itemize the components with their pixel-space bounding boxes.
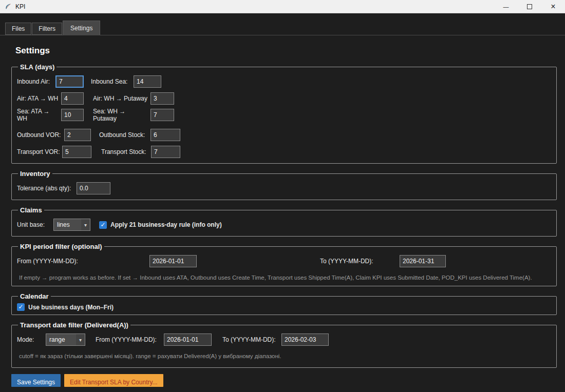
tab-bar: Files Filters Settings [0, 13, 565, 35]
unit-base-label: Unit base: [17, 221, 53, 228]
bottom-button-row: Save Settings Edit Transport SLA by Coun… [11, 374, 557, 387]
inventory-group-legend: Inventory [18, 170, 52, 178]
business-days-checkbox[interactable]: ✓ [17, 303, 25, 311]
sea-wh-putaway-label: Sea: WH → Putaway [93, 108, 150, 122]
calendar-group: Calendar ✓ Use business days (Mon–Fri) [11, 292, 557, 315]
business-day-rule-checkbox[interactable]: ✓ [99, 221, 107, 229]
mode-value: range [46, 336, 76, 343]
sla-row-transport: Transport VOR: Transport Stock: [17, 146, 551, 158]
tab-settings-label: Settings [70, 25, 92, 32]
air-wh-putaway-input[interactable] [150, 92, 174, 105]
business-days-label: Use business days (Mon–Fri) [28, 304, 114, 311]
maximize-button[interactable] [518, 0, 541, 13]
inventory-group: Inventory Tolerance (abs qty): [11, 170, 557, 200]
claims-group: Claims Unit base: lines ▾ ✓ Apply 21 bus… [11, 206, 557, 237]
calendar-row: ✓ Use business days (Mon–Fri) [17, 303, 551, 311]
close-button[interactable]: × [541, 0, 565, 13]
tab-filters[interactable]: Filters [32, 23, 62, 35]
inventory-row: Tolerance (abs qty): [17, 182, 551, 194]
tab-files-label: Files [12, 25, 25, 32]
kpi-from-input[interactable] [149, 255, 197, 267]
app-icon [5, 3, 12, 10]
outbound-stock-input[interactable] [150, 129, 180, 141]
outbound-vor-input[interactable] [64, 129, 91, 141]
sla-group-legend: SLA (days) [18, 63, 56, 71]
unit-base-value: lines [54, 221, 81, 228]
minimize-icon: — [503, 4, 509, 10]
kpi-to-input[interactable] [400, 255, 446, 267]
minimize-button[interactable]: — [494, 0, 518, 13]
sla-group: SLA (days) Inbound Air: Inbound Sea: Air… [11, 63, 557, 164]
kpi-from-label: From (YYYY-MM-DD): [17, 258, 149, 265]
close-icon: × [551, 2, 555, 11]
tab-settings[interactable]: Settings [63, 21, 100, 35]
kpi-period-row: From (YYYY-MM-DD): To (YYYY-MM-DD): [17, 255, 551, 267]
air-ata-wh-input[interactable] [61, 92, 84, 105]
edit-transport-sla-button[interactable]: Edit Transport SLA by Country... [64, 374, 163, 387]
calendar-group-legend: Calendar [18, 292, 51, 300]
sea-wh-putaway-input[interactable] [150, 109, 174, 121]
outbound-vor-label: Outbound VOR: [17, 131, 64, 139]
transport-stock-label: Transport Stock: [101, 148, 151, 155]
sla-row-sea: Sea: ATA → WH Sea: WH → Putaway [17, 108, 551, 122]
tolerance-label: Tolerance (abs qty): [17, 185, 77, 192]
sla-row-inbound: Inbound Air: Inbound Sea: [17, 75, 551, 88]
save-settings-button[interactable]: Save Settings [11, 374, 61, 387]
chevron-down-icon[interactable]: ▾ [81, 219, 90, 230]
transport-filter-group-legend: Transport date filter (Delivered(A)) [18, 321, 130, 329]
outbound-stock-label: Outbound Stock: [99, 131, 150, 139]
settings-pane: Settings SLA (days) Inbound Air: Inbound… [0, 35, 565, 387]
page-title: Settings [15, 46, 557, 56]
unit-base-combobox[interactable]: lines ▾ [53, 219, 90, 231]
tab-filters-label: Filters [39, 25, 55, 32]
claims-group-legend: Claims [18, 206, 44, 214]
inbound-sea-label: Inbound Sea: [91, 78, 134, 85]
kpi-period-group: KPI period filter (optional) From (YYYY-… [11, 243, 557, 286]
sla-row-outbound: Outbound VOR: Outbound Stock: [17, 129, 551, 141]
kpi-period-group-legend: KPI period filter (optional) [18, 243, 104, 250]
claims-row: Unit base: lines ▾ ✓ Apply 21 business-d… [17, 219, 551, 231]
window-title: KPI [15, 3, 25, 10]
air-wh-putaway-label: Air: WH → Putaway [93, 95, 150, 102]
kpi-to-label: To (YYYY-MM-DD): [320, 258, 400, 265]
inbound-air-input[interactable] [55, 75, 84, 88]
transport-to-label: To (YYYY-MM-DD): [222, 336, 281, 343]
air-ata-wh-label: Air: ATA → WH [17, 95, 61, 102]
transport-stock-input[interactable] [151, 146, 180, 158]
tolerance-input[interactable] [77, 182, 110, 194]
business-day-rule-label: Apply 21 business-day rule (info only) [110, 221, 222, 228]
transport-to-input[interactable] [281, 334, 329, 346]
check-icon: ✓ [100, 221, 105, 228]
sea-ata-wh-input[interactable] [61, 109, 84, 121]
inbound-air-label: Inbound Air: [17, 78, 55, 85]
transport-from-input[interactable] [164, 334, 212, 346]
sea-ata-wh-label: Sea: ATA → WH [17, 108, 61, 122]
chevron-down-icon[interactable]: ▾ [76, 334, 85, 345]
mode-label: Mode: [17, 336, 46, 343]
kpi-period-info: If empty → program works as before. If s… [19, 275, 551, 281]
transport-vor-input[interactable] [62, 146, 91, 158]
transport-filter-info: cutoff = як зараз (тільки завершені міся… [19, 353, 551, 359]
transport-filter-row: Mode: range ▾ From (YYYY-MM-DD): To (YYY… [17, 334, 551, 346]
transport-from-label: From (YYYY-MM-DD): [96, 336, 164, 343]
check-icon: ✓ [18, 303, 23, 310]
mode-combobox[interactable]: range ▾ [46, 334, 85, 346]
window-controls: — × [494, 0, 565, 13]
transport-vor-label: Transport VOR: [17, 148, 62, 155]
sla-row-air: Air: ATA → WH Air: WH → Putaway [17, 92, 551, 105]
transport-filter-group: Transport date filter (Delivered(A)) Mod… [11, 321, 557, 368]
tab-files[interactable]: Files [5, 23, 31, 35]
title-bar: KPI — × [0, 0, 565, 13]
inbound-sea-input[interactable] [134, 75, 161, 88]
maximize-icon [527, 4, 532, 9]
